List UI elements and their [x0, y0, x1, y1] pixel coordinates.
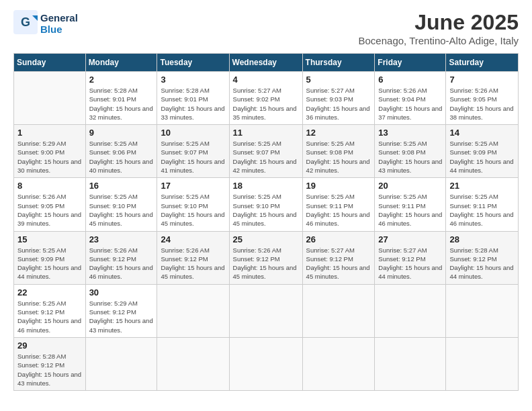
day-info: Sunrise: 5:25 AM Sunset: 9:08 PM Dayligh… [306, 139, 371, 175]
day-number: 3 [161, 75, 225, 85]
day-number: 11 [233, 128, 299, 138]
day-number: 1 [17, 128, 82, 138]
logo: G General Blue [13, 10, 78, 37]
calendar-cell [302, 337, 375, 390]
day-number: 16 [89, 181, 154, 191]
calendar-cell [302, 284, 375, 337]
day-info: Sunrise: 5:25 AM Sunset: 9:10 PM Dayligh… [161, 192, 225, 228]
day-number: 7 [449, 75, 515, 85]
calendar-cell: 7 Sunrise: 5:26 AM Sunset: 9:05 PM Dayli… [446, 72, 519, 125]
day-info: Sunrise: 5:28 AM Sunset: 9:01 PM Dayligh… [89, 86, 154, 122]
day-number: 22 [17, 287, 82, 298]
day-info: Sunrise: 5:29 AM Sunset: 9:12 PM Dayligh… [89, 299, 154, 334]
calendar-week-row: 1 Sunrise: 5:29 AM Sunset: 9:00 PM Dayli… [14, 125, 519, 178]
calendar-cell: 8 Sunrise: 5:26 AM Sunset: 9:05 PM Dayli… [14, 178, 86, 231]
day-info: Sunrise: 5:26 AM Sunset: 9:05 PM Dayligh… [17, 192, 82, 228]
day-info: Sunrise: 5:28 AM Sunset: 9:01 PM Dayligh… [161, 86, 225, 122]
weekday-header: Wednesday [229, 54, 302, 72]
calendar-cell: 17 Sunrise: 5:25 AM Sunset: 9:10 PM Dayl… [157, 178, 229, 231]
calendar-cell: 6 Sunrise: 5:26 AM Sunset: 9:04 PM Dayli… [375, 72, 446, 125]
calendar-cell: 9 Sunrise: 5:25 AM Sunset: 9:06 PM Dayli… [85, 125, 157, 178]
day-number: 14 [449, 128, 515, 138]
calendar-cell: 5 Sunrise: 5:27 AM Sunset: 9:03 PM Dayli… [302, 72, 375, 125]
weekday-header: Saturday [446, 54, 519, 72]
day-info: Sunrise: 5:28 AM Sunset: 9:12 PM Dayligh… [449, 246, 515, 281]
page: G General Blue June 2025 Bocenago, Trent… [0, 0, 532, 411]
calendar-cell: 24 Sunrise: 5:26 AM Sunset: 9:12 PM Dayl… [157, 231, 229, 284]
day-number: 18 [233, 181, 299, 191]
calendar-cell: 25 Sunrise: 5:26 AM Sunset: 9:12 PM Dayl… [229, 231, 302, 284]
logo-text-line1: General [40, 12, 78, 24]
calendar-cell: 10 Sunrise: 5:25 AM Sunset: 9:07 PM Dayl… [157, 125, 229, 178]
day-info: Sunrise: 5:26 AM Sunset: 9:12 PM Dayligh… [233, 246, 299, 281]
day-info: Sunrise: 5:28 AM Sunset: 9:12 PM Dayligh… [17, 352, 82, 387]
calendar-cell: 14 Sunrise: 5:25 AM Sunset: 9:09 PM Dayl… [446, 125, 519, 178]
day-info: Sunrise: 5:25 AM Sunset: 9:09 PM Dayligh… [449, 139, 515, 175]
day-number: 5 [306, 75, 371, 85]
day-info: Sunrise: 5:29 AM Sunset: 9:00 PM Dayligh… [17, 139, 82, 175]
month-title: June 2025 [359, 10, 519, 35]
day-info: Sunrise: 5:25 AM Sunset: 9:11 PM Dayligh… [306, 192, 371, 228]
calendar-cell: 13 Sunrise: 5:25 AM Sunset: 9:08 PM Dayl… [375, 125, 446, 178]
calendar-cell [229, 284, 302, 337]
svg-text:G: G [21, 15, 30, 29]
calendar-cell [446, 284, 519, 337]
day-number: 21 [449, 181, 515, 191]
day-info: Sunrise: 5:25 AM Sunset: 9:10 PM Dayligh… [233, 192, 299, 228]
day-number: 17 [161, 181, 225, 191]
calendar: SundayMondayTuesdayWednesdayThursdayFrid… [13, 53, 519, 391]
logo-text-line2: Blue [40, 24, 78, 35]
day-info: Sunrise: 5:25 AM Sunset: 9:10 PM Dayligh… [89, 192, 154, 228]
calendar-cell [85, 337, 157, 390]
calendar-cell [157, 337, 229, 390]
calendar-cell: 21 Sunrise: 5:25 AM Sunset: 9:11 PM Dayl… [446, 178, 519, 231]
day-info: Sunrise: 5:26 AM Sunset: 9:04 PM Dayligh… [378, 86, 442, 122]
day-number: 12 [306, 128, 371, 138]
day-info: Sunrise: 5:25 AM Sunset: 9:09 PM Dayligh… [17, 246, 82, 281]
day-info: Sunrise: 5:27 AM Sunset: 9:12 PM Dayligh… [306, 246, 371, 281]
calendar-cell: 28 Sunrise: 5:28 AM Sunset: 9:12 PM Dayl… [446, 231, 519, 284]
title-area: June 2025 Bocenago, Trentino-Alto Adige,… [359, 10, 519, 46]
calendar-cell: 18 Sunrise: 5:25 AM Sunset: 9:10 PM Dayl… [229, 178, 302, 231]
day-number: 20 [378, 181, 442, 191]
calendar-cell: 23 Sunrise: 5:26 AM Sunset: 9:12 PM Dayl… [85, 231, 157, 284]
day-info: Sunrise: 5:25 AM Sunset: 9:12 PM Dayligh… [17, 299, 82, 334]
day-number: 29 [17, 340, 82, 351]
day-number: 2 [89, 75, 154, 85]
day-number: 19 [306, 181, 371, 191]
calendar-cell: 2 Sunrise: 5:28 AM Sunset: 9:01 PM Dayli… [85, 72, 157, 125]
weekday-header: Friday [375, 54, 446, 72]
calendar-cell: 11 Sunrise: 5:25 AM Sunset: 9:07 PM Dayl… [229, 125, 302, 178]
calendar-cell: 3 Sunrise: 5:28 AM Sunset: 9:01 PM Dayli… [157, 72, 229, 125]
calendar-cell [229, 337, 302, 390]
calendar-cell [375, 284, 446, 337]
day-number: 10 [161, 128, 225, 138]
day-number: 15 [17, 234, 82, 244]
day-info: Sunrise: 5:27 AM Sunset: 9:03 PM Dayligh… [306, 86, 371, 122]
calendar-cell: 26 Sunrise: 5:27 AM Sunset: 9:12 PM Dayl… [302, 231, 375, 284]
calendar-week-row: 29 Sunrise: 5:28 AM Sunset: 9:12 PM Dayl… [14, 337, 519, 390]
calendar-cell: 12 Sunrise: 5:25 AM Sunset: 9:08 PM Dayl… [302, 125, 375, 178]
calendar-week-row: 2 Sunrise: 5:28 AM Sunset: 9:01 PM Dayli… [14, 72, 519, 125]
calendar-cell: 19 Sunrise: 5:25 AM Sunset: 9:11 PM Dayl… [302, 178, 375, 231]
location-title: Bocenago, Trentino-Alto Adige, Italy [359, 35, 519, 46]
calendar-week-row: 8 Sunrise: 5:26 AM Sunset: 9:05 PM Dayli… [14, 178, 519, 231]
day-number: 9 [89, 128, 154, 138]
header: G General Blue June 2025 Bocenago, Trent… [13, 10, 519, 46]
calendar-cell: 1 Sunrise: 5:29 AM Sunset: 9:00 PM Dayli… [14, 125, 86, 178]
weekday-header: Thursday [302, 54, 375, 72]
day-number: 4 [233, 75, 299, 85]
calendar-cell [446, 337, 519, 390]
day-info: Sunrise: 5:26 AM Sunset: 9:12 PM Dayligh… [89, 246, 154, 281]
day-number: 26 [306, 234, 371, 244]
day-number: 23 [89, 234, 154, 244]
weekday-header: Tuesday [157, 54, 229, 72]
day-number: 6 [378, 75, 442, 85]
calendar-cell [375, 337, 446, 390]
day-info: Sunrise: 5:27 AM Sunset: 9:02 PM Dayligh… [233, 86, 299, 122]
calendar-week-row: 15 Sunrise: 5:25 AM Sunset: 9:09 PM Dayl… [14, 231, 519, 284]
day-info: Sunrise: 5:27 AM Sunset: 9:12 PM Dayligh… [378, 246, 442, 281]
calendar-cell: 27 Sunrise: 5:27 AM Sunset: 9:12 PM Dayl… [375, 231, 446, 284]
calendar-cell [14, 72, 86, 125]
day-info: Sunrise: 5:26 AM Sunset: 9:05 PM Dayligh… [449, 86, 515, 122]
